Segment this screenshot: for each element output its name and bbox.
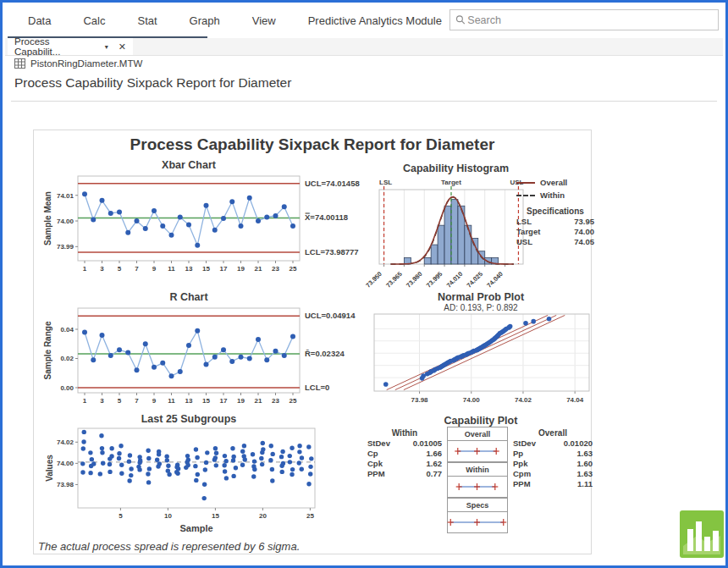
report-footnote: The actual process spread is represented…: [38, 540, 300, 553]
svg-text:0.00: 0.00: [60, 384, 74, 392]
svg-text:LCL=73.98777: LCL=73.98777: [305, 247, 359, 256]
within-line-sample: [516, 195, 535, 196]
specifications-table: LSL73.95Target74.00USL74.05: [516, 217, 594, 247]
stat-row: Target74.00: [516, 227, 594, 237]
svg-text:74.00: 74.00: [57, 218, 74, 225]
svg-text:5: 5: [119, 512, 123, 520]
overall-stats: Overall StDev0.01020Pp1.63Ppk1.60Cpm1.63…: [513, 428, 593, 489]
stat-row: Ppk1.60: [513, 459, 593, 469]
legend-overall-label: Overall: [540, 178, 567, 187]
legend-within: Within: [516, 190, 594, 200]
svg-text:LSL: LSL: [379, 179, 392, 186]
svg-text:25: 25: [306, 512, 314, 520]
menu-graph[interactable]: Graph: [190, 14, 220, 27]
svg-text:17: 17: [220, 265, 228, 273]
overall-line-sample: [516, 182, 535, 184]
svg-text:73.995: 73.995: [425, 270, 444, 290]
xbar-svg: 73.9974.0074.01135791113151719212325UCL=…: [41, 171, 367, 283]
svg-text:73.980: 73.980: [405, 270, 424, 290]
svg-text:74.01: 74.01: [57, 192, 74, 200]
svg-text:21: 21: [255, 265, 262, 273]
svg-text:74.02: 74.02: [57, 438, 74, 446]
svg-text:R̄=0.02324: R̄=0.02324: [305, 349, 345, 358]
svg-text:Overall: Overall: [465, 430, 491, 438]
menu-view[interactable]: View: [252, 14, 276, 27]
svg-text:3: 3: [100, 397, 104, 405]
svg-text:9: 9: [152, 265, 157, 273]
svg-text:74.00: 74.00: [57, 460, 74, 467]
stat-row: PPM0.77: [367, 469, 442, 479]
svg-text:74.025: 74.025: [466, 270, 485, 290]
svg-text:0.02: 0.02: [60, 355, 74, 362]
within-stats-title: Within: [367, 428, 442, 438]
normal-prob-plot-svg: 73.9874.0074.0274.04: [367, 313, 596, 406]
svg-text:UCL=0.04914: UCL=0.04914: [305, 311, 356, 320]
search-input[interactable]: [466, 14, 713, 27]
stat-row: StDev0.01005: [367, 438, 442, 449]
stat-row: PPM1.11: [513, 479, 593, 489]
menu-data[interactable]: Data: [28, 14, 51, 27]
r-chart: 0.000.020.04135791113151719212325UCL=0.0…: [41, 303, 367, 418]
overall-stats-table: StDev0.01020Pp1.63Ppk1.60Cpm1.63PPM1.11: [513, 438, 593, 489]
svg-text:73.965: 73.965: [384, 270, 404, 290]
capability-histogram-title: Capability Histogram: [369, 163, 543, 174]
stat-row: LSL73.95: [516, 217, 594, 227]
capability-interval-chart: OverallWithinSpecs: [447, 427, 508, 537]
svg-text:74.010: 74.010: [445, 270, 465, 290]
last-25-subgroups-chart: 73.9874.0074.02510152025SampleValues: [41, 427, 367, 540]
menu-calc[interactable]: Calc: [83, 14, 105, 27]
svg-text:Values: Values: [45, 455, 54, 482]
svg-text:74.040: 74.040: [485, 270, 505, 290]
svg-text:Sample Range: Sample Range: [43, 321, 52, 379]
menu-stat[interactable]: Stat: [137, 14, 157, 27]
menu-bar: Data Calc Stat Graph View Predictive Ana…: [3, 5, 442, 36]
menu-predictive-analytics-module[interactable]: Predictive Analytics Module: [308, 14, 442, 27]
svg-text:74.02: 74.02: [515, 396, 532, 404]
svg-text:13: 13: [185, 265, 193, 273]
search-box[interactable]: [449, 9, 719, 30]
svg-text:74.00: 74.00: [463, 396, 481, 404]
legend-within-label: Within: [540, 190, 565, 200]
capability-plot-title: Capability Plot: [367, 415, 594, 427]
svg-text:25: 25: [290, 265, 297, 273]
last-25-subgroups-svg: 73.9874.0074.02510152025SampleValues: [41, 427, 367, 537]
svg-text:73.99: 73.99: [57, 243, 74, 251]
svg-text:17: 17: [220, 397, 228, 405]
svg-text:9: 9: [152, 397, 157, 405]
svg-text:7: 7: [135, 265, 139, 273]
report-title: Process Capability Sixpack Report for Di…: [34, 135, 591, 154]
svg-text:Target: Target: [441, 179, 461, 186]
svg-text:11: 11: [168, 265, 175, 273]
svg-text:15: 15: [202, 397, 210, 405]
minitab-logo-icon: [680, 510, 724, 558]
last-25-subgroups-title: Last 25 Subgroups: [41, 413, 337, 425]
svg-text:20: 20: [259, 512, 267, 520]
svg-text:5: 5: [118, 265, 122, 273]
svg-text:0.04: 0.04: [60, 326, 74, 334]
tab-label: Process Capabilit...: [14, 36, 97, 57]
chevron-down-icon[interactable]: ▾: [105, 43, 108, 51]
svg-text:23: 23: [272, 265, 279, 273]
close-icon[interactable]: ✕: [119, 41, 126, 52]
svg-text:1: 1: [83, 397, 87, 405]
rchart-svg: 0.000.020.04135791113151719212325UCL=0.0…: [41, 303, 367, 415]
svg-text:23: 23: [272, 397, 279, 405]
svg-text:74.04: 74.04: [566, 396, 584, 404]
stat-row: StDev0.01020: [513, 438, 593, 449]
svg-text:Sample: Sample: [179, 523, 212, 533]
svg-text:3: 3: [100, 265, 104, 273]
histogram-legend: Overall Within Specifications LSL73.95Ta…: [516, 178, 594, 247]
capability-plot-svg: OverallWithinSpecs: [447, 427, 508, 533]
specifications-title: Specifications: [516, 207, 594, 216]
stat-row: Pp1.63: [513, 449, 593, 459]
tab-process-capability[interactable]: Process Capabilit... ▾ ✕: [8, 38, 133, 55]
worksheet-row[interactable]: PistonRingDiameter.MTW: [14, 58, 142, 69]
normal-prob-plot-chart: 73.9874.0074.0274.04: [367, 313, 596, 410]
stat-row: Cp1.66: [367, 449, 442, 459]
svg-text:73.98: 73.98: [57, 481, 74, 488]
svg-text:15: 15: [202, 265, 210, 273]
xbar-chart: 73.9974.0074.01135791113151719212325UCL=…: [41, 171, 367, 286]
svg-text:21: 21: [255, 397, 262, 405]
within-stats-table: StDev0.01005Cp1.66Cpk1.62PPM0.77: [367, 438, 442, 479]
worksheet-grid-icon: [14, 58, 25, 69]
